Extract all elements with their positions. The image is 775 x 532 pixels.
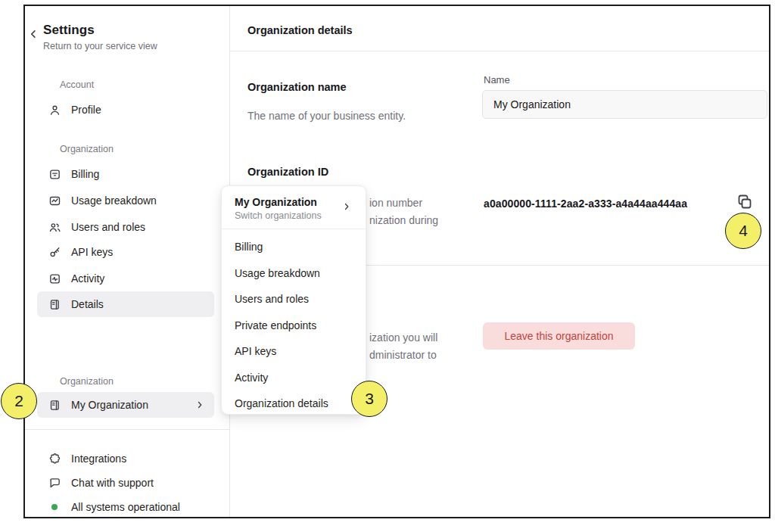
dropdown-subtitle: Switch organizations — [235, 210, 353, 221]
users-icon — [48, 221, 61, 234]
sidebar-header: Settings Return to your service view — [43, 23, 157, 51]
puzzle-icon — [48, 453, 61, 465]
sidebar-item-label: Integrations — [71, 453, 126, 465]
sidebar-item-label: Activity — [71, 272, 104, 285]
sidebar-item-system-status[interactable]: All systems operational — [37, 494, 214, 520]
sidebar-item-label: Chat with support — [71, 477, 154, 489]
menu-item-users-and-roles[interactable]: Users and roles — [222, 286, 366, 313]
sidebar-item-label: My Organization — [71, 399, 148, 411]
copy-icon[interactable] — [736, 193, 754, 211]
annotation-badge-2: 2 — [1, 383, 37, 419]
organization-name-input[interactable] — [482, 90, 767, 119]
header-divider — [230, 51, 769, 51]
chevron-right-icon — [195, 400, 205, 410]
sidebar-item-label: Billing — [71, 168, 99, 180]
sidebar-item-label: Usage breakdown — [71, 194, 157, 207]
person-icon — [48, 104, 61, 117]
org-id-description-fragment: nization during — [369, 214, 438, 226]
dropdown-header[interactable]: My Organization Switch organizations — [222, 186, 366, 229]
name-field-label: Name — [484, 74, 510, 86]
chevron-right-icon — [341, 201, 352, 212]
org-name-description: The name of your business entity. — [247, 110, 406, 122]
leave-description-fragment: ization you will — [369, 331, 437, 344]
sidebar-item-details[interactable]: Details — [37, 291, 214, 317]
usage-chart-icon — [48, 194, 61, 207]
sidebar-item-chat-support[interactable]: Chat with support — [37, 470, 214, 496]
organization-section-label: Organization — [60, 144, 114, 154]
status-text: All systems operational — [71, 501, 180, 513]
sidebar-item-profile[interactable]: Profile — [37, 97, 214, 123]
content-title: Organization details — [247, 24, 353, 36]
leave-description-fragment: dministrator to — [369, 349, 437, 361]
sidebar-item-billing[interactable]: Billing — [37, 161, 214, 187]
sidebar-item-label: Users and roles — [71, 221, 145, 233]
annotation-badge-4: 4 — [725, 213, 761, 249]
organization-dropdown-menu: My Organization Switch organizations Bil… — [221, 185, 366, 415]
sidebar-item-usage-breakdown[interactable]: Usage breakdown — [37, 188, 214, 213]
menu-item-organization-details[interactable]: Organization details — [222, 390, 366, 417]
chat-bubble-icon — [48, 477, 61, 490]
activity-icon — [48, 272, 61, 285]
org-id-heading: Organization ID — [247, 166, 328, 178]
sidebar-item-label: API keys — [71, 246, 113, 258]
sidebar-item-my-organization[interactable]: My Organization — [37, 392, 214, 418]
sidebar-item-integrations[interactable]: Integrations — [37, 446, 214, 471]
page-title: Settings — [43, 23, 157, 38]
sidebar-item-activity[interactable]: Activity — [37, 266, 214, 291]
sidebar-divider — [25, 429, 230, 430]
menu-item-usage-breakdown[interactable]: Usage breakdown — [222, 260, 366, 287]
dropdown-title: My Organization — [235, 196, 353, 208]
account-section-label: Account — [60, 79, 94, 90]
organization-id-value: a0a00000-1111-2aa2-a333-a4a44aa444aa — [484, 198, 687, 210]
menu-item-api-keys[interactable]: API keys — [222, 338, 366, 365]
org-name-heading: Organization name — [247, 81, 347, 93]
status-green-dot — [51, 504, 58, 510]
back-chevron-icon[interactable] — [26, 27, 40, 41]
settings-sidebar: Settings Return to your service view Acc… — [25, 6, 230, 517]
leave-organization-button[interactable]: Leave this organization — [483, 322, 635, 350]
menu-item-activity[interactable]: Activity — [222, 365, 366, 391]
organization-switcher-label: Organization — [60, 376, 114, 387]
annotation-badge-3: 3 — [351, 381, 388, 417]
sidebar-item-label: Profile — [71, 104, 101, 116]
organization-icon — [48, 399, 61, 412]
app-window: Settings Return to your service view Acc… — [23, 5, 770, 518]
org-id-description-fragment: ion number — [369, 197, 422, 209]
menu-item-billing[interactable]: Billing — [222, 234, 366, 260]
billing-icon — [48, 168, 61, 181]
menu-item-private-endpoints[interactable]: Private endpoints — [222, 313, 366, 339]
ledger-icon — [48, 298, 61, 311]
sidebar-item-users-and-roles[interactable]: Users and roles — [37, 214, 214, 240]
sidebar-item-api-keys[interactable]: API keys — [37, 239, 214, 265]
sidebar-item-label: Details — [71, 298, 104, 310]
return-to-service-link[interactable]: Return to your service view — [43, 41, 157, 51]
key-icon — [48, 246, 61, 259]
